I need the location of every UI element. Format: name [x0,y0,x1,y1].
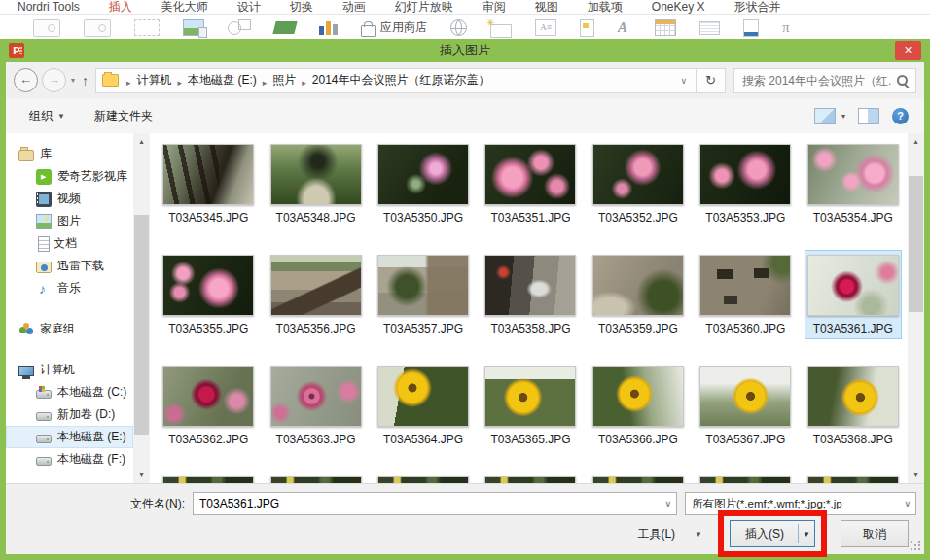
search-input[interactable] [734,69,915,92]
file-item[interactable]: T03A5345.JPG [160,139,257,228]
preview-pane-icon[interactable] [858,108,879,124]
ribbon-button[interactable] [490,19,512,38]
ribbon-button[interactable] [228,19,251,35]
ribbon-button[interactable] [699,19,720,35]
file-item[interactable]: T03A5364.JPG [375,361,472,450]
ribbon-tab[interactable]: 审阅 [483,1,506,14]
ribbon-tab[interactable]: 设计 [237,1,261,14]
close-button[interactable] [895,41,921,60]
new-folder-button[interactable]: 新建文件夹 [94,108,153,124]
sidebar-scrollbar[interactable] [133,133,150,483]
filename-input[interactable] [194,493,676,514]
sidebar-item[interactable]: 文档 [6,232,133,255]
view-chevron-icon[interactable]: ▾ [841,112,845,121]
ribbon-button[interactable] [319,19,338,35]
breadcrumb[interactable]: 计算机 本地磁盘 (E:) 照片 2014年中会议照片（红原诺尔盖） [95,68,697,93]
file-item-partial[interactable] [482,472,579,483]
cancel-button[interactable]: 取消 [841,520,909,547]
sidebar-item[interactable]: 计算机 [6,359,133,381]
file-item[interactable]: T03A5355.JPG [160,250,257,339]
file-item[interactable]: T03A5357.JPG [375,250,472,339]
sidebar-item[interactable]: 新加卷 (D:) [6,403,133,426]
sidebar-item[interactable]: 爱奇艺影视库 [6,165,133,188]
sidebar-item[interactable]: 库 [6,143,133,165]
sidebar-item[interactable]: 本地磁盘 (F:) [6,448,133,471]
file-item[interactable]: T03A5351.JPG [482,139,579,228]
search-box[interactable] [733,68,916,93]
ribbon-button[interactable] [134,19,160,36]
sidebar-item[interactable]: 本地磁盘 (E:) [6,426,133,448]
ribbon-button[interactable] [782,19,796,35]
sidebar-item[interactable]: 家庭组 [6,318,133,340]
file-item[interactable]: T03A5362.JPG [160,361,257,450]
sidebar-item[interactable]: 图片 [6,210,133,232]
address-history-chevron-icon[interactable] [677,76,690,86]
tools-button[interactable]: 工具(L) ▼ [637,526,702,542]
ribbon-tab[interactable]: Nordri Tools [18,1,80,14]
file-item[interactable]: T03A5354.JPG [805,139,902,228]
ribbon-button[interactable] [33,19,60,37]
scroll-up-icon[interactable] [133,133,150,150]
file-item[interactable]: T03A5365.JPG [482,361,579,450]
breadcrumb-item[interactable]: 计算机 [121,72,172,89]
file-item[interactable]: T03A5367.JPG [697,361,794,450]
file-item[interactable]: T03A5363.JPG [267,361,364,450]
ribbon-tab[interactable]: 视图 [535,1,558,14]
scrollbar-thumb[interactable] [134,215,149,435]
file-item-partial[interactable] [160,472,257,483]
file-item-partial[interactable] [805,472,902,483]
breadcrumb-item[interactable]: 本地磁盘 (E:) [172,72,257,89]
file-item[interactable]: T03A5360.JPG [697,250,794,339]
ribbon-button[interactable] [535,19,556,36]
scroll-down-icon[interactable] [908,467,924,483]
forward-button[interactable]: → [42,68,66,92]
scroll-down-icon[interactable] [133,467,150,483]
scrollbar-thumb[interactable] [909,176,923,312]
sidebar-item[interactable]: 迅雷下载 [6,255,133,277]
ribbon-tab[interactable]: 形状合并 [734,1,781,14]
file-item[interactable]: T03A5361.JPG [805,250,902,339]
ribbon-button[interactable] [743,19,759,37]
dialog-titlebar[interactable]: P 插入图片 [0,39,930,62]
file-item[interactable]: T03A5350.JPG [375,139,472,228]
ribbon-tab[interactable]: 幻灯片放映 [395,1,453,14]
file-item-partial[interactable] [375,472,472,483]
file-item-partial[interactable] [267,472,364,483]
sidebar-item[interactable]: 视频 [6,188,133,210]
ribbon-button[interactable] [655,19,676,36]
file-item-partial[interactable] [697,472,794,483]
ribbon-tab[interactable]: 切换 [290,1,313,14]
file-item-partial[interactable] [590,472,687,483]
insert-dropdown-icon[interactable] [803,530,810,539]
up-button[interactable]: ↑ [82,73,89,88]
breadcrumb-item[interactable]: 照片 [257,72,297,89]
ribbon-tab[interactable]: OneKey X [652,1,705,14]
sidebar-item[interactable]: 本地磁盘 (C:) [6,381,133,403]
ribbon-tab[interactable]: 加载项 [588,1,623,14]
ribbon-button[interactable] [84,19,111,37]
ribbon-button[interactable] [580,19,594,37]
file-item[interactable]: T03A5353.JPG [697,139,794,228]
ribbon-button[interactable] [450,19,467,36]
breadcrumb-item[interactable]: 2014年中会议照片（红原诺尔盖） [296,72,489,89]
ribbon-tab[interactable]: 插入 [109,1,132,14]
help-icon[interactable] [892,108,909,124]
sidebar-item[interactable]: 音乐 [6,277,133,299]
ribbon-tab[interactable]: 动画 [342,1,366,14]
recent-locations-chevron-icon[interactable]: ▾ [71,76,75,85]
file-item[interactable]: T03A5358.JPG [482,250,579,339]
insert-button[interactable]: 插入(S) [730,520,815,547]
ribbon-button[interactable] [618,19,631,35]
back-button[interactable]: ← [14,68,38,92]
ribbon-button[interactable] [183,19,204,36]
change-view-icon[interactable] [814,108,836,124]
resize-grip[interactable] [910,540,921,551]
file-item[interactable]: T03A5366.JPG [590,361,687,450]
file-item[interactable]: T03A5352.JPG [590,139,687,228]
file-item[interactable]: T03A5356.JPG [267,250,364,339]
file-grid-scrollbar[interactable] [908,133,924,483]
ribbon-button[interactable]: 应用商店 [361,19,427,37]
refresh-button[interactable] [697,68,726,93]
scroll-up-icon[interactable] [908,133,924,150]
file-item[interactable]: T03A5348.JPG [267,139,364,228]
